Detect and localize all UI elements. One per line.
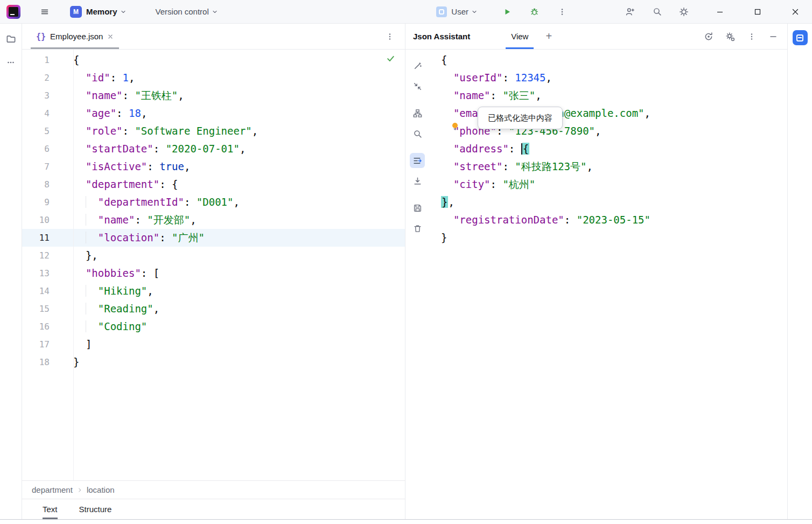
tab-view[interactable]: View [506, 24, 534, 49]
code-line[interactable]: 12 }, [22, 247, 405, 264]
sync-settings-button[interactable] [701, 29, 716, 44]
line-number[interactable]: 17 [22, 336, 73, 353]
ellipsis-icon [6, 58, 15, 67]
hamburger-icon [40, 8, 49, 16]
line-number[interactable]: 7 [22, 158, 73, 176]
line-number[interactable]: 5 [22, 122, 73, 140]
settings-button[interactable] [676, 4, 691, 19]
left-tool-stripe [0, 24, 22, 519]
delete-button[interactable] [410, 221, 425, 236]
code-line[interactable]: 14 "Hiking", [22, 282, 405, 300]
code-line[interactable]: 15 "Reading", [22, 300, 405, 318]
save-json-button[interactable] [410, 200, 425, 215]
panel-options-button[interactable] [744, 29, 759, 44]
main-area: {} Employee.json 1{2 "id": 1,3 "name": "… [0, 24, 812, 519]
search-icon [653, 7, 662, 16]
line-number[interactable]: 10 [22, 211, 73, 229]
code-line[interactable]: 9 "departmentId": "D001", [22, 193, 405, 211]
editor-bottom-tabs: Text Structure [22, 499, 405, 519]
code-line[interactable]: 10 "name": "开发部", [22, 211, 405, 229]
vcs-label: Version control [156, 7, 209, 16]
code-line[interactable]: } [441, 229, 787, 247]
add-tab-button[interactable]: + [541, 29, 556, 44]
main-menu-button[interactable] [37, 4, 52, 19]
collapse-all-button[interactable] [410, 79, 425, 94]
line-number[interactable]: 15 [22, 300, 73, 318]
code-line[interactable]: 13 "hobbies": [ [22, 264, 405, 282]
code-line[interactable]: 5 "role": "Software Engineer", [22, 122, 405, 140]
breadcrumb-item-department[interactable]: department [32, 485, 73, 494]
chevron-down-icon [212, 9, 218, 15]
editor-tab-options-button[interactable] [382, 29, 397, 44]
tab-close-icon[interactable] [107, 33, 114, 40]
person-add-icon [625, 7, 635, 17]
line-number[interactable]: 12 [22, 247, 73, 264]
more-actions-button[interactable] [555, 4, 570, 19]
debug-button[interactable] [527, 4, 542, 19]
line-number[interactable]: 18 [22, 353, 73, 371]
tab-text[interactable]: Text [43, 499, 58, 519]
code-with-me-button[interactable] [622, 4, 638, 19]
editor-code-area[interactable]: 1{2 "id": 1,3 "name": "王铁柱",4 "age": 18,… [22, 50, 405, 480]
code-line[interactable]: }, [441, 193, 787, 211]
plugin-settings-button[interactable] [723, 29, 738, 44]
code-line[interactable]: 17 ] [22, 336, 405, 353]
line-number[interactable]: 3 [22, 87, 73, 104]
code-line[interactable]: "street": "科技路123号", [441, 158, 787, 176]
structure-view-button[interactable] [410, 106, 425, 121]
code-line[interactable]: 18} [22, 353, 405, 371]
code-line[interactable]: 8 "department": { [22, 176, 405, 193]
minimize-icon [716, 8, 724, 16]
code-line[interactable]: 7 "isActive": true, [22, 158, 405, 176]
vcs-widget[interactable]: Version control [156, 7, 218, 16]
code-line[interactable]: "userId": 12345, [441, 69, 787, 87]
code-line[interactable]: "city": "杭州" [441, 176, 787, 193]
intention-bulb-icon[interactable] [451, 122, 459, 130]
trash-icon [413, 224, 422, 233]
tab-structure[interactable]: Structure [79, 499, 112, 519]
line-number[interactable]: 9 [22, 193, 73, 211]
project-widget[interactable]: M Memory [70, 6, 127, 18]
project-tool-window-button[interactable] [3, 31, 18, 46]
search-everywhere-button[interactable] [649, 4, 664, 19]
code-line[interactable]: 6 "startDate": "2020-07-01", [22, 140, 405, 158]
ide-logo [6, 5, 20, 19]
line-number[interactable]: 2 [22, 69, 73, 87]
line-number[interactable]: 14 [22, 282, 73, 300]
code-line[interactable]: 3 "name": "王铁柱", [22, 87, 405, 104]
line-number[interactable]: 6 [22, 140, 73, 158]
line-number[interactable]: 4 [22, 104, 73, 122]
line-number[interactable]: 1 [22, 51, 73, 69]
breadcrumb-item-location[interactable]: location [87, 485, 115, 494]
import-json-button[interactable] [410, 173, 425, 188]
panel-title: Json Assistant [413, 32, 470, 41]
json-assistant-header: Json Assistant View + [405, 24, 787, 50]
code-line[interactable]: 2 "id": 1, [22, 69, 405, 87]
line-number[interactable]: 8 [22, 176, 73, 193]
hide-panel-button[interactable] [766, 29, 781, 44]
window-minimize-button[interactable] [710, 2, 730, 22]
editor-tab-employee-json[interactable]: {} Employee.json [31, 24, 119, 49]
code-line[interactable]: { [441, 51, 787, 69]
code-line[interactable]: 1{ [22, 51, 405, 69]
more-tool-windows-button[interactable] [3, 55, 18, 70]
code-line[interactable]: 4 "age": 18, [22, 104, 405, 122]
format-json-button[interactable] [410, 153, 425, 168]
line-number[interactable]: 11 [22, 229, 73, 247]
code-line[interactable]: "registrationDate": "2023-05-15" [441, 211, 787, 229]
json-assistant-tool-window-button[interactable] [793, 30, 808, 45]
window-close-button[interactable] [786, 2, 805, 22]
code-line[interactable]: 16 "Coding" [22, 318, 405, 336]
run-button[interactable] [500, 4, 515, 19]
code-line[interactable]: 11 "location": "广州" [22, 229, 405, 247]
inspections-ok-icon[interactable] [386, 54, 395, 63]
panel-search-button[interactable] [410, 126, 425, 141]
line-number[interactable]: 16 [22, 318, 73, 336]
code-line[interactable]: "name": "张三", [441, 87, 787, 104]
magic-wand-button[interactable] [410, 58, 425, 73]
window-maximize-button[interactable] [748, 2, 767, 22]
format-icon [413, 156, 422, 165]
run-configuration-widget[interactable]: User [436, 6, 478, 17]
code-line[interactable]: "address": { [441, 140, 787, 158]
line-number[interactable]: 13 [22, 264, 73, 282]
